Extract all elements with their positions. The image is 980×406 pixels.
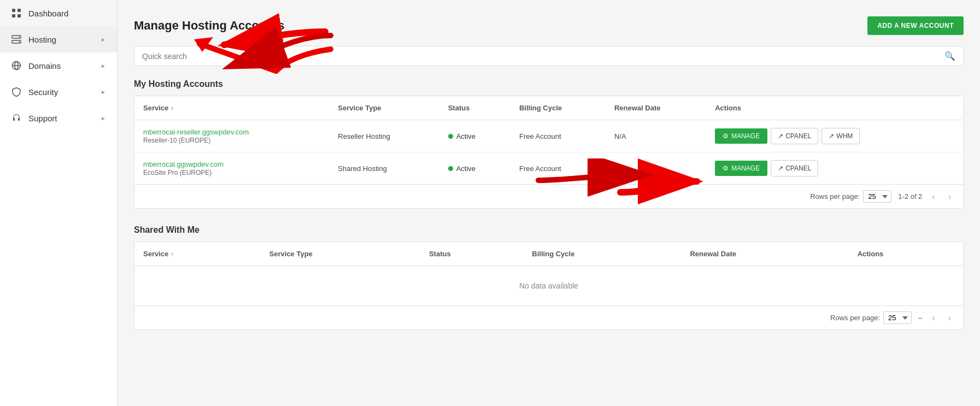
manage-button-2[interactable]: ⚙ MANAGE	[715, 161, 767, 176]
sidebar-item-dashboard[interactable]: Dashboard	[0, 0, 117, 26]
next-page-button-2[interactable]: ›	[945, 312, 954, 324]
chevron-right-icon-domains: ►	[101, 63, 106, 69]
status-dot-2	[448, 166, 453, 171]
gear-icon-1: ⚙	[723, 132, 729, 140]
search-input[interactable]	[142, 52, 944, 61]
rows-per-page-label-2: Rows per page:	[830, 314, 880, 322]
sidebar-item-label-dashboard: Dashboard	[28, 9, 106, 18]
cell-billing-2: Free Account	[510, 152, 606, 185]
cpanel-button-1[interactable]: ↗ CPANEL	[771, 128, 818, 144]
my-hosting-accounts-title: My Hosting Accounts	[134, 79, 964, 89]
cell-status-1: Active	[439, 120, 510, 152]
sidebar-item-label-security: Security	[28, 87, 94, 97]
col-status-shared: Status	[420, 242, 523, 266]
col-service-type: Service Type	[329, 96, 439, 120]
service-link-2[interactable]: mberrocal.ggswpdev.com	[143, 160, 320, 168]
cell-billing-1: Free Account	[510, 120, 606, 152]
service-sub-1: Reseller-10 (EUROPE)	[143, 137, 210, 144]
no-data-row: No data available	[134, 266, 963, 306]
external-icon-1: ↗	[778, 132, 783, 140]
cell-status-2: Active	[439, 152, 510, 185]
col-service: Service ↑	[134, 96, 329, 120]
cell-service-type-1: Reseller Hosting	[329, 120, 439, 152]
table-row: mberrocal-reseller.ggswpdev.com Reseller…	[134, 120, 963, 152]
external-icon-2: ↗	[778, 164, 783, 172]
sidebar-item-hosting[interactable]: Hosting ►	[0, 26, 117, 52]
cpanel-button-2[interactable]: ↗ CPANEL	[771, 160, 818, 176]
shared-with-me-table: Service ↑ Service Type Status Billing Cy…	[134, 242, 964, 330]
status-label-2: Active	[456, 164, 476, 173]
main-content: Manage Hosting Accounts ADD A NEW ACCOUN…	[118, 0, 980, 406]
external-icon-whm: ↗	[829, 132, 834, 140]
col-actions: Actions	[706, 96, 963, 120]
col-actions-shared: Actions	[849, 242, 963, 266]
col-billing-cycle: Billing Cycle	[510, 96, 606, 120]
sidebar-item-security[interactable]: Security ►	[0, 79, 117, 105]
col-service-type-shared: Service Type	[261, 242, 420, 266]
pagination-info-1: 1-2 of 2	[898, 192, 922, 201]
page-title: Manage Hosting Accounts	[134, 19, 284, 33]
cell-service-2: mberrocal.ggswpdev.com EcoSite Pro (EURO…	[134, 152, 329, 185]
page-header: Manage Hosting Accounts ADD A NEW ACCOUN…	[134, 16, 964, 35]
svg-rect-2	[12, 14, 15, 17]
prev-page-button-1[interactable]: ‹	[929, 191, 938, 203]
col-billing-shared: Billing Cycle	[523, 242, 681, 266]
next-page-button-1[interactable]: ›	[945, 191, 954, 203]
search-bar: 🔍	[134, 46, 964, 66]
shared-footer: Rows per page: 25 50 100 – ‹ ›	[134, 305, 963, 329]
chevron-right-icon-security: ►	[101, 89, 106, 95]
status-dot-1	[448, 134, 453, 139]
grid-icon	[11, 8, 22, 19]
add-new-account-button[interactable]: ADD A NEW ACCOUNT	[867, 16, 964, 35]
rows-per-page-control-2: Rows per page: 25 50 100	[830, 311, 912, 324]
sidebar-item-label-support: Support	[28, 114, 94, 123]
svg-point-7	[19, 42, 20, 43]
rows-per-page-select-2[interactable]: 25 50 100	[883, 311, 912, 324]
gear-icon-2: ⚙	[723, 164, 729, 172]
whm-button-1[interactable]: ↗ WHM	[821, 128, 860, 144]
rows-per-page-select-1[interactable]: 25 50 100	[863, 190, 891, 203]
shared-with-me-title: Shared With Me	[134, 225, 964, 235]
svg-rect-3	[17, 14, 21, 17]
rows-per-page-label-1: Rows per page:	[810, 192, 860, 201]
rows-per-page-control-1: Rows per page: 25 50 100	[810, 190, 891, 203]
chevron-right-icon: ►	[101, 37, 106, 43]
sidebar: Dashboard Hosting ► Domains ►	[0, 0, 118, 406]
sidebar-item-label-domains: Domains	[28, 61, 94, 70]
cell-renewal-2: N/A	[606, 152, 706, 185]
sort-up-icon-shared: ↑	[171, 251, 174, 257]
service-link-1[interactable]: mberrocal-reseller.ggswpdev.com	[143, 128, 320, 136]
globe-icon	[11, 60, 22, 71]
chevron-right-icon-support: ►	[101, 115, 106, 121]
table-row: mberrocal.ggswpdev.com EcoSite Pro (EURO…	[134, 152, 963, 185]
sidebar-item-label-hosting: Hosting	[28, 35, 94, 44]
server-icon	[11, 34, 22, 45]
col-renewal-shared: Renewal Date	[681, 242, 848, 266]
cell-actions-1: ⚙ MANAGE ↗ CPANEL ↗ WHM	[706, 120, 963, 152]
headset-icon	[11, 113, 22, 123]
pagination-info-2: –	[918, 314, 922, 322]
my-hosting-accounts-table: Service ↑ Service Type Status Billing Cy…	[134, 96, 964, 209]
cell-service-type-2: Shared Hosting	[329, 152, 439, 185]
cell-actions-2: ⚙ MANAGE ↗ CPANEL	[706, 152, 963, 185]
search-icon: 🔍	[944, 51, 955, 61]
svg-rect-1	[17, 9, 21, 12]
col-renewal-date: Renewal Date	[606, 96, 706, 120]
no-data-message: No data available	[134, 266, 963, 306]
col-service-shared: Service ↑	[134, 242, 261, 266]
svg-rect-0	[12, 9, 15, 12]
manage-button-1[interactable]: ⚙ MANAGE	[715, 128, 767, 144]
svg-point-6	[19, 37, 20, 38]
cell-renewal-1: N/A	[606, 120, 706, 152]
my-hosting-footer: Rows per page: 25 50 100 1-2 of 2 ‹ ›	[134, 184, 963, 208]
sidebar-item-domains[interactable]: Domains ►	[0, 52, 117, 79]
status-label-1: Active	[456, 132, 476, 140]
prev-page-button-2[interactable]: ‹	[929, 312, 938, 324]
sidebar-item-support[interactable]: Support ►	[0, 105, 117, 131]
service-sub-2: EcoSite Pro (EUROPE)	[143, 169, 212, 176]
sort-up-icon: ↑	[171, 105, 174, 111]
cell-service-1: mberrocal-reseller.ggswpdev.com Reseller…	[134, 120, 329, 152]
col-status: Status	[439, 96, 510, 120]
shield-icon	[11, 86, 22, 97]
